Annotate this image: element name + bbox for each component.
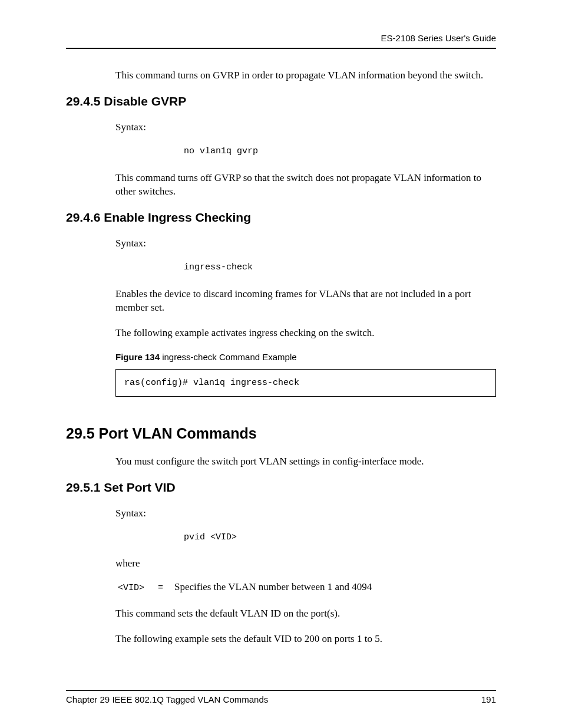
heading-set-port-vid: 29.5.1 Set Port VID: [66, 480, 496, 495]
code-no-vlan1q-gvrp: no vlan1q gvrp: [184, 146, 496, 156]
syntax-label: Syntax:: [115, 238, 496, 249]
header-rule: [66, 48, 496, 49]
code-ingress-check: ingress-check: [184, 262, 496, 272]
param-equals: =: [158, 583, 174, 593]
syntax-label: Syntax:: [115, 508, 496, 519]
page-footer: Chapter 29 IEEE 802.1Q Tagged VLAN Comma…: [66, 690, 496, 704]
param-row: <VID> = Specifies the VLAN number betwee…: [118, 581, 496, 593]
ingress-desc-2: The following example activates ingress …: [115, 327, 496, 340]
param-description: Specifies the VLAN number between 1 and …: [174, 581, 372, 593]
figure-number: Figure 134: [115, 352, 160, 362]
intro-paragraph: This command turns on GVRP in order to p…: [115, 69, 496, 83]
code-example-box: ras(config)# vlan1q ingress-check: [115, 369, 496, 397]
header-guide-title: ES-2108 Series User's Guide: [66, 33, 496, 43]
disable-gvrp-desc: This command turns off GVRP so that the …: [115, 172, 496, 199]
syntax-label: Syntax:: [115, 121, 496, 133]
param-code: <VID>: [118, 583, 158, 593]
set-port-vid-desc-2: The following example sets the default V…: [115, 633, 496, 646]
heading-port-vlan-commands: 29.5 Port VLAN Commands: [66, 425, 496, 442]
heading-enable-ingress-checking: 29.4.6 Enable Ingress Checking: [66, 210, 496, 225]
heading-disable-gvrp: 29.4.5 Disable GVRP: [66, 94, 496, 108]
figure-title: ingress-check Command Example: [160, 352, 297, 362]
footer-chapter: Chapter 29 IEEE 802.1Q Tagged VLAN Comma…: [66, 694, 268, 704]
figure-caption: Figure 134 ingress-check Command Example: [115, 352, 496, 362]
port-vlan-desc: You must configure the switch port VLAN …: [115, 455, 496, 469]
where-label: where: [115, 558, 496, 569]
code-pvid: pvid <VID>: [184, 532, 496, 542]
footer-page-number: 191: [481, 694, 496, 704]
ingress-desc-1: Enables the device to discard incoming f…: [115, 288, 496, 315]
footer-rule: [66, 690, 496, 691]
set-port-vid-desc-1: This command sets the default VLAN ID on…: [115, 607, 496, 621]
